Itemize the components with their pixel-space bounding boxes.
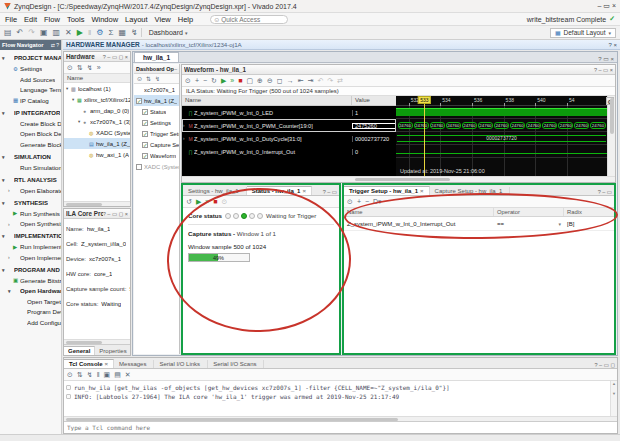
toolbar-icon[interactable]: ⇄ <box>337 77 343 85</box>
flow-nav-item[interactable]: ⚙ Settings <box>0 64 61 75</box>
flow-nav-item[interactable]: › Open Implemented Design <box>0 252 61 263</box>
vertical-scrollbar[interactable]: ⚙ <box>607 96 615 176</box>
hardware-tree-item[interactable]: ▾ ▩ xilinx_tcf/Xilinx/12... <box>64 94 130 105</box>
toolbar-icon[interactable]: ⇅ <box>77 371 83 379</box>
flow-nav-item[interactable]: ▾ IMPLEMENTATION <box>0 231 61 242</box>
value-column-header[interactable]: Value <box>352 96 396 105</box>
flow-nav-item[interactable]: Create Block Design <box>0 118 61 129</box>
panel-header-icons[interactable]: ⇄ ? <box>51 42 59 48</box>
close-icon[interactable]: × <box>302 188 306 194</box>
panel-tab[interactable]: Serial I/O Scans <box>208 360 264 368</box>
panel-controls[interactable]: ? – ▭ <box>323 189 339 195</box>
toolbar-icon[interactable]: → <box>287 77 294 84</box>
dashboard-option-item[interactable]: XADC (System Monitor) <box>134 161 179 172</box>
dashboard-option-item[interactable]: ✓ Waveform <box>134 150 179 161</box>
checkbox[interactable]: ✓ <box>142 142 148 148</box>
toolbar-icon[interactable]: D▾ <box>373 198 382 206</box>
panel-controls[interactable]: ? – ▭ × <box>594 67 613 73</box>
flow-nav-item[interactable]: › Open Synthesized Design <box>0 219 61 230</box>
toolbar-icon[interactable]: ▶ <box>221 77 226 85</box>
toolbar-icon[interactable]: » <box>205 198 209 205</box>
menu-item[interactable]: Tools <box>67 15 85 24</box>
toolbar-icon[interactable]: ↯ <box>131 28 138 37</box>
wave-cursor[interactable] <box>424 104 425 176</box>
flow-nav-item[interactable]: ▾ PROGRAM AND DEBUG <box>0 265 61 276</box>
toolbar-icon[interactable]: ‖ <box>97 371 100 378</box>
horizontal-scrollbar[interactable] <box>64 416 617 421</box>
menu-item[interactable]: Window <box>91 15 118 24</box>
panel-tab[interactable]: General <box>64 346 95 355</box>
toolbar-icon[interactable]: + <box>195 77 199 84</box>
dashboard-tab[interactable]: hw_ila_1 <box>134 52 179 62</box>
flow-nav-item[interactable]: Open Block Design <box>0 129 61 140</box>
window-controls[interactable]: – ▭ × <box>598 2 616 10</box>
radix-select[interactable]: [B] ▾ <box>564 221 620 227</box>
toolbar-icon[interactable]: ▶ <box>77 28 83 37</box>
tcl-command-input[interactable] <box>67 424 614 431</box>
dashboard-option-item[interactable]: xc7z007s_1 <box>134 84 179 95</box>
toolbar-icon[interactable]: ▥ <box>53 28 61 37</box>
flow-nav-item[interactable]: ▾ IP INTEGRATOR <box>0 108 61 119</box>
toolbar-icon[interactable]: ⊙ <box>185 77 191 85</box>
dashboard-dropdown[interactable]: Dashboard ▾ <box>149 29 188 36</box>
flow-nav-item[interactable]: Add Configuration Memory Device <box>0 317 61 328</box>
toolbar-icon[interactable]: ⊙ <box>221 198 227 206</box>
toolbar-icon[interactable]: ⇤ <box>298 77 304 85</box>
panel-controls[interactable]: ? – ▭ ◻ <box>595 362 617 368</box>
horizontal-scrollbar[interactable] <box>64 201 130 206</box>
checkbox[interactable]: ✓ <box>142 131 148 137</box>
flow-nav-item[interactable]: › Open Elaborated Design <box>0 185 61 196</box>
panel-controls[interactable]: ? – ▭ <box>598 189 614 195</box>
horizontal-scrollbar[interactable] <box>64 339 130 344</box>
flow-nav-item[interactable]: ▾ PROJECT MANAGER <box>0 53 61 64</box>
toolbar-icon[interactable]: ▣ <box>40 28 48 37</box>
toolbar-icon[interactable]: ✕ <box>65 28 72 37</box>
toolbar-icon[interactable]: ↶ <box>17 28 24 37</box>
menu-item[interactable]: Flow <box>44 15 60 24</box>
column-radix[interactable]: Radix <box>564 208 620 216</box>
toolbar-icon[interactable]: ⊙ <box>67 371 73 379</box>
panel-tab[interactable]: Tcl Console × <box>64 359 114 368</box>
dashboard-option-item[interactable]: ✓ Capture Setup <box>134 139 179 150</box>
menu-item[interactable]: View <box>155 15 171 24</box>
toolbar-icon[interactable]: ▣ <box>104 371 111 379</box>
menu-item[interactable]: Edit <box>24 15 37 24</box>
toolbar-icon[interactable]: ■ <box>238 77 242 84</box>
panel-tab[interactable]: Serial I/O Links <box>154 360 208 368</box>
toolbar-icon[interactable]: » <box>230 77 234 84</box>
toolbar-icon[interactable]: ↻ <box>211 77 217 85</box>
flow-nav-item[interactable]: ▾ SIMULATION <box>0 152 61 163</box>
dashboard-option-item[interactable]: ✓ Status <box>134 106 179 117</box>
hardware-tree-item[interactable]: ◍ XADC (Syste <box>64 127 130 138</box>
waveform-plot[interactable]: 53253453653854054 2476024760247602476024… <box>396 96 607 176</box>
toolbar-icon[interactable]: » <box>97 64 101 71</box>
flow-nav-item[interactable]: ▦ IP Catalog <box>0 95 61 106</box>
layout-select[interactable]: ▦ Default Layout ▾ <box>550 28 616 38</box>
column-operator[interactable]: Operator <box>494 208 564 216</box>
hardware-tree-item[interactable]: ▾ ● xc7z007s_1 (3) <box>64 116 130 127</box>
operator-select[interactable]: == ▾ <box>494 221 564 227</box>
panel-tab[interactable]: Properties <box>95 347 131 355</box>
flow-nav-item[interactable]: ▶ Run Synthesis <box>0 208 61 219</box>
flow-nav-item[interactable]: ▣ Generate Bitstream <box>0 275 61 286</box>
dashboard-option-item[interactable]: ✓ Trigger Setup <box>134 128 179 139</box>
panel-tab[interactable]: Trigger Setup - hw_ila_1 × <box>344 186 430 195</box>
dashboard-option-item[interactable]: ✓ Settings <box>134 117 179 128</box>
console-output[interactable]: run_hw_ila [get_hw_ilas -of_objects [get… <box>64 381 617 416</box>
toolbar-icon[interactable]: ⚙ <box>96 28 103 37</box>
hardware-tree-item[interactable]: ● arm_dap_0 (0) <box>64 105 130 116</box>
flow-nav-item[interactable]: ▾ RTL ANALYSIS <box>0 175 61 186</box>
flow-nav-item[interactable]: Open Target <box>0 296 61 307</box>
toolbar-icon[interactable]: ▤ <box>4 28 12 37</box>
toolbar-icon[interactable]: ↯ <box>155 75 160 82</box>
signal-row[interactable]: ∏ Z_system_iPWM_w_Int_0_Interrupt_Out 0 <box>182 145 396 158</box>
vertical-scrollbar[interactable]: ▲▼ <box>610 381 617 416</box>
signal-row[interactable]: ∏ Z_system_iPWM_w_Int_0_LED 1 <box>182 106 396 119</box>
line-marker-icon[interactable] <box>66 385 71 390</box>
menu-item[interactable]: Layout <box>125 15 148 24</box>
panel-tab[interactable]: Capture Setup - hw_ila_1 <box>430 187 511 195</box>
panel-tab[interactable]: Messages <box>114 360 154 368</box>
menu-item[interactable]: Help <box>178 15 193 24</box>
toolbar-icon[interactable]: ↯ <box>87 64 93 72</box>
signal-row[interactable]: › M Z_system_iPWM_w_Int_0_PWM_Counter[19… <box>182 119 396 132</box>
